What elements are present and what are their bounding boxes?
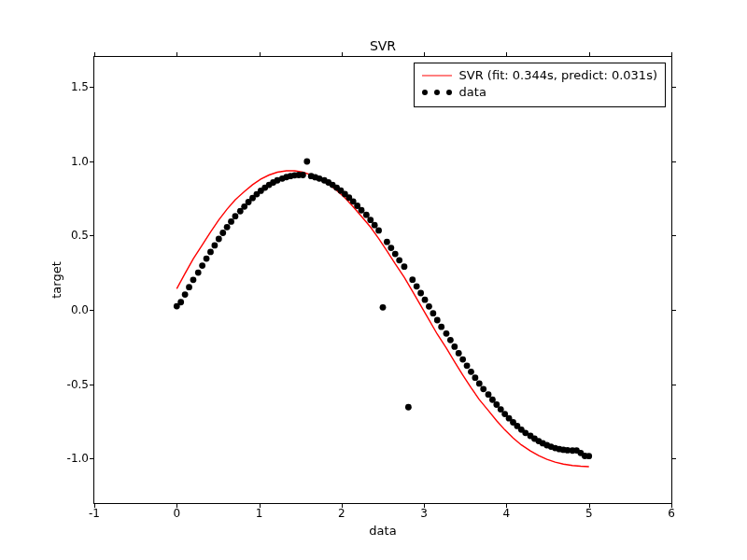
data-point	[486, 391, 492, 398]
data-point	[585, 453, 592, 459]
data-point	[472, 374, 478, 381]
line-icon	[422, 76, 452, 77]
y-tick-label: -0.5	[67, 378, 89, 391]
data-point	[300, 172, 306, 178]
data-point	[396, 257, 402, 263]
x-tick-label: -1	[89, 507, 100, 520]
data-point	[384, 239, 390, 245]
data-point	[363, 212, 370, 218]
data-point	[434, 317, 441, 324]
data-point	[444, 330, 450, 337]
y-tick-label: 0.5	[71, 229, 89, 242]
data-point	[438, 324, 444, 330]
data-point	[392, 251, 399, 258]
legend-swatch-dots	[422, 86, 452, 99]
data-point	[489, 397, 496, 403]
data-point	[459, 357, 466, 363]
plot-layer	[94, 57, 671, 503]
x-tick-label: 1	[256, 507, 263, 520]
data-point	[303, 159, 310, 165]
data-point	[422, 297, 429, 303]
x-tick-label: 3	[420, 507, 428, 520]
data-point	[228, 218, 234, 225]
y-tick-label: -1.0	[67, 452, 89, 465]
x-axis-label: data	[369, 524, 396, 538]
data-point	[476, 381, 483, 387]
data-point	[207, 248, 214, 255]
scatter-series	[174, 159, 592, 459]
data-point	[190, 276, 197, 283]
data-point	[212, 242, 218, 248]
y-axis-label: target	[49, 261, 63, 299]
data-point	[456, 350, 462, 357]
data-point	[216, 236, 222, 243]
data-point	[204, 256, 210, 262]
data-point	[380, 304, 387, 311]
x-tick-label: 2	[338, 507, 345, 520]
data-point	[219, 230, 226, 236]
x-tick-label: 0	[173, 507, 180, 520]
data-point	[233, 213, 239, 219]
dots-icon	[422, 90, 452, 95]
data-point	[464, 362, 471, 369]
data-point	[186, 284, 192, 290]
data-point	[402, 263, 408, 270]
legend: SVR (fit: 0.344s, predict: 0.031s) data	[414, 63, 666, 107]
data-point	[480, 385, 486, 392]
data-point	[430, 310, 436, 316]
data-point	[367, 217, 374, 223]
y-tick-label: 0.0	[71, 303, 89, 316]
data-point	[405, 404, 412, 411]
legend-swatch-line	[422, 69, 452, 82]
y-tick-label: 1.5	[71, 80, 89, 93]
data-point	[451, 343, 458, 350]
plot-axes: SVR data target SVR (fit: 0.344s, predic…	[93, 56, 672, 504]
data-point	[417, 290, 424, 297]
legend-entry-svr: SVR (fit: 0.344s, predict: 0.031s)	[422, 67, 657, 84]
legend-label: SVR (fit: 0.344s, predict: 0.031s)	[459, 67, 657, 84]
x-tick-label: 6	[668, 507, 675, 520]
data-point	[195, 270, 202, 276]
plot-title: SVR	[370, 38, 396, 53]
data-point	[182, 291, 189, 298]
data-point	[426, 303, 432, 310]
data-point	[372, 222, 378, 229]
y-tick-label: 1.0	[71, 155, 89, 168]
x-tick-label: 5	[585, 507, 593, 520]
data-point	[199, 262, 205, 269]
legend-label: data	[459, 84, 486, 101]
svr-line	[176, 171, 588, 467]
data-point	[493, 401, 500, 408]
data-point	[414, 283, 420, 289]
data-point	[224, 224, 231, 231]
x-tick-label: 4	[503, 507, 511, 520]
legend-entry-data: data	[422, 84, 657, 101]
data-point	[375, 228, 382, 234]
data-point	[177, 299, 184, 305]
data-point	[359, 207, 365, 214]
data-point	[447, 337, 454, 343]
data-point	[409, 276, 416, 283]
data-point	[468, 369, 474, 375]
data-point	[388, 245, 394, 251]
figure: SVR data target SVR (fit: 0.344s, predic…	[0, 0, 747, 560]
